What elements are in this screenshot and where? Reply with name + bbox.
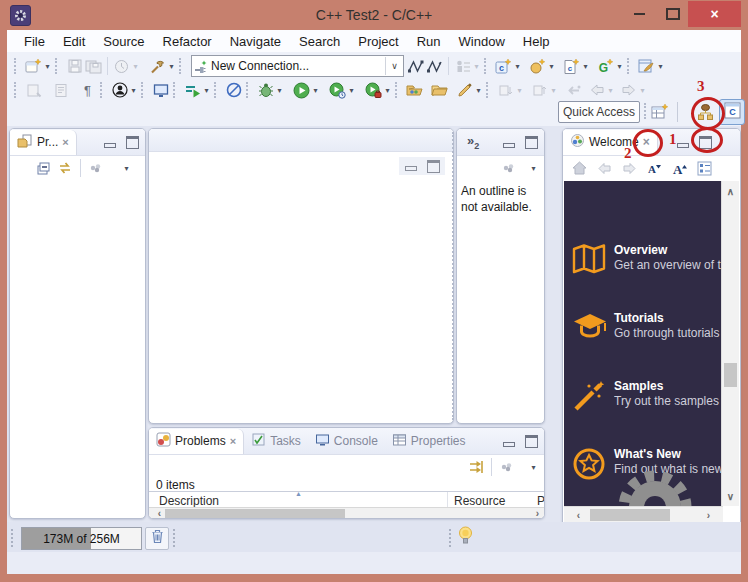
- vscroll-thumb[interactable]: [724, 363, 737, 387]
- clock-icon[interactable]: [112, 57, 131, 76]
- toolbar-grip[interactable]: [100, 82, 107, 98]
- column-resource[interactable]: Resource: [454, 494, 505, 508]
- save-all-icon[interactable]: [84, 57, 103, 76]
- scroll-right-icon[interactable]: ›: [700, 507, 717, 523]
- pen-mark-dropdown[interactable]: ▾: [474, 86, 483, 95]
- collapse-all-icon[interactable]: [34, 159, 53, 178]
- last-edit-window-icon[interactable]: [24, 81, 43, 100]
- remote-monitor-icon[interactable]: [151, 81, 170, 100]
- menu-refactor[interactable]: Refactor: [154, 34, 221, 49]
- external-tools-dropdown[interactable]: ▾: [383, 86, 392, 95]
- forward-icon[interactable]: [619, 81, 638, 100]
- window-minimize-button[interactable]: [622, 0, 656, 27]
- previous-annotation-dropdown[interactable]: ▾: [549, 86, 558, 95]
- window-close-button[interactable]: ×: [688, 1, 741, 27]
- maximize-view-button[interactable]: [525, 435, 538, 448]
- new-class-dropdown[interactable]: ▾: [547, 62, 556, 71]
- status-grip[interactable]: [173, 529, 179, 547]
- next-annotation-dropdown[interactable]: ▾: [515, 86, 524, 95]
- view-menu-icon[interactable]: [87, 159, 106, 178]
- view-menu-dropdown[interactable]: ▾: [122, 164, 131, 173]
- garbage-collect-button[interactable]: [145, 527, 169, 550]
- new-class-icon[interactable]: [528, 57, 547, 76]
- new-editor-dropdown[interactable]: ▾: [656, 62, 665, 71]
- toolbar-grip[interactable]: [173, 82, 180, 98]
- profile-run-icon[interactable]: [328, 81, 347, 100]
- tab-properties[interactable]: Properties: [385, 429, 473, 454]
- back-dropdown[interactable]: ▾: [606, 86, 615, 95]
- scroll-right-icon[interactable]: ›: [529, 506, 545, 519]
- open-console-dropdown[interactable]: ▾: [202, 86, 211, 95]
- clock-dropdown[interactable]: ▾: [131, 62, 140, 71]
- new-connection-combo[interactable]: New Connection... ∨: [191, 55, 404, 77]
- window-maximize-button[interactable]: [658, 0, 688, 27]
- tab-tasks[interactable]: Tasks: [244, 429, 308, 454]
- build-dropdown[interactable]: ▾: [167, 62, 176, 71]
- show-whitespace-icon[interactable]: ¶: [78, 81, 97, 100]
- tab-project-explorer[interactable]: Pr... ×: [10, 130, 77, 155]
- view-menu-dropdown[interactable]: ▾: [529, 463, 538, 472]
- back-icon[interactable]: [587, 81, 606, 100]
- profile-run-dropdown[interactable]: ▾: [347, 86, 356, 95]
- toolbar-grip[interactable]: [55, 58, 62, 74]
- menu-search[interactable]: Search: [290, 34, 349, 49]
- menu-file[interactable]: File: [15, 34, 54, 49]
- external-tools-icon[interactable]: [364, 81, 383, 100]
- hidden-tabs-chevron-icon[interactable]: »2: [467, 133, 479, 151]
- combo-dropdown-button[interactable]: ∨: [385, 57, 403, 75]
- toolbar-grip[interactable]: [141, 82, 148, 98]
- new-editor-icon[interactable]: [637, 57, 656, 76]
- new-c-project-dropdown[interactable]: ▾: [513, 62, 522, 71]
- home-icon[interactable]: [570, 159, 589, 178]
- hscroll-thumb[interactable]: [590, 509, 670, 521]
- disconnect-icon[interactable]: [425, 57, 444, 76]
- welcome-item-tutorials[interactable]: Tutorials Go through tutorials: [564, 311, 723, 361]
- hscroll-thumb[interactable]: [165, 509, 345, 519]
- show-source-icon[interactable]: [51, 81, 70, 100]
- menu-source[interactable]: Source: [94, 34, 153, 49]
- welcome-item-samples[interactable]: Samples Try out the samples: [564, 379, 723, 429]
- save-icon[interactable]: [65, 57, 84, 76]
- hscrollbar[interactable]: ‹ ›: [149, 507, 545, 519]
- minimize-view-button[interactable]: [677, 143, 689, 148]
- maximize-view-button[interactable]: [525, 136, 538, 149]
- toolbar-grip[interactable]: [484, 58, 491, 74]
- menu-edit[interactable]: Edit: [54, 34, 94, 49]
- column-description[interactable]: Description: [159, 494, 219, 508]
- new-wizard-icon[interactable]: [24, 57, 43, 76]
- tab-close-icon[interactable]: ×: [230, 435, 236, 447]
- open-perspective-icon[interactable]: [650, 102, 669, 121]
- menu-navigate[interactable]: Navigate: [221, 34, 290, 49]
- minimize-view-button[interactable]: [503, 143, 515, 148]
- debug-dropdown[interactable]: ▾: [275, 86, 284, 95]
- previous-annotation-icon[interactable]: [530, 81, 549, 100]
- minimize-view-button[interactable]: [104, 143, 116, 148]
- open-type-icon[interactable]: [405, 81, 424, 100]
- user-profile-dropdown[interactable]: ▾: [129, 86, 138, 95]
- filter-icon[interactable]: [466, 458, 485, 477]
- toolbar-grip[interactable]: [14, 82, 21, 98]
- forward-dropdown[interactable]: ▾: [638, 86, 647, 95]
- toolbar-grip[interactable]: [486, 82, 493, 98]
- next-annotation-icon[interactable]: [496, 81, 515, 100]
- open-console-icon[interactable]: [183, 81, 202, 100]
- connect-icon[interactable]: [406, 57, 425, 76]
- link-with-editor-icon[interactable]: [55, 159, 74, 178]
- tab-console[interactable]: Console: [308, 429, 385, 454]
- open-resource-icon[interactable]: [430, 81, 449, 100]
- view-menu-icon[interactable]: [500, 159, 519, 178]
- toolbar-grip[interactable]: [246, 82, 253, 98]
- scroll-up-icon[interactable]: ∧: [722, 183, 739, 199]
- scroll-down-icon[interactable]: ∨: [722, 488, 739, 504]
- customize-page-icon[interactable]: [695, 159, 714, 178]
- debug-icon[interactable]: [256, 81, 275, 100]
- reduce-font-icon[interactable]: A: [645, 159, 664, 178]
- system-view-dropdown[interactable]: ▾: [472, 62, 481, 71]
- run-dropdown[interactable]: ▾: [311, 86, 320, 95]
- welcome-item-overview[interactable]: Overview Get an overview of th: [564, 243, 723, 293]
- menu-window[interactable]: Window: [450, 34, 514, 49]
- system-view-icon[interactable]: [453, 57, 472, 76]
- maximize-editor-button[interactable]: [427, 160, 440, 173]
- menu-project[interactable]: Project: [349, 34, 407, 49]
- skip-breakpoints-icon[interactable]: [224, 81, 243, 100]
